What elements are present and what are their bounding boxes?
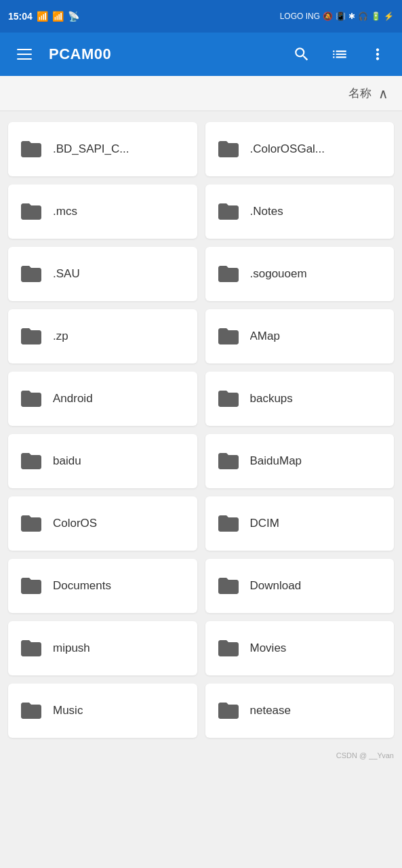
folder-icon [19,698,43,723]
folder-item[interactable]: DCIM [205,496,395,551]
folder-item[interactable]: netease [205,684,395,738]
folder-icon [216,698,241,723]
folder-icon [19,449,43,473]
folder-icon [19,262,43,286]
folder-icon [19,574,43,598]
status-icons: LOGO ING 🔕 📳 ✱ 🎧 🔋 ⚡ [280,12,394,21]
folder-icon [216,636,241,660]
folder-item[interactable]: .Notes [205,184,395,239]
folder-name: .SAU [53,267,80,281]
status-bar: 15:04 📶 📶 📡 LOGO ING 🔕 📳 ✱ 🎧 🔋 ⚡ [0,0,402,33]
folder-name: .sogouoem [250,267,307,281]
folder-name: Download [250,579,302,593]
folder-name: Android [53,392,93,406]
folder-icon [19,387,43,411]
folder-item[interactable]: .zp [8,309,197,363]
search-icon [293,45,310,63]
folder-item[interactable]: Music [8,684,197,738]
more-options-button[interactable] [364,41,391,68]
folder-item[interactable]: .BD_SAPI_C... [8,122,197,176]
folder-name: Music [53,704,83,717]
folder-name: BaiduMap [250,454,302,468]
view-toggle-button[interactable] [326,41,353,68]
folder-icon [19,324,43,349]
sort-label: 名称 [348,85,371,101]
folder-item[interactable]: Download [205,559,395,613]
folder-name: AMap [250,330,280,343]
app-bar: PCAM00 [0,33,402,76]
folder-item[interactable]: BaiduMap [205,434,395,488]
folder-icon [216,199,241,224]
hamburger-icon [17,49,32,60]
menu-button[interactable] [11,41,38,68]
folder-name: .mcs [53,205,77,218]
sort-bar[interactable]: 名称 ∧ [0,76,402,111]
folder-item[interactable]: .SAU [8,247,197,301]
folder-item[interactable]: Android [8,372,197,426]
folder-icon [216,574,241,598]
folder-name: .Notes [250,205,283,218]
folder-item[interactable]: AMap [205,309,395,363]
folder-icon [19,199,43,224]
folder-icon [19,137,43,161]
folder-icon [216,324,241,349]
folder-item[interactable]: .sogouoem [205,247,395,301]
folder-name: .ColorOSGal... [250,142,325,156]
folder-item[interactable]: baidu [8,434,197,488]
folder-item[interactable]: .mcs [8,184,197,239]
watermark: CSDN @ __Yvan [0,749,402,765]
folder-name: Movies [250,642,287,655]
folder-name: Documents [53,579,111,593]
app-title: PCAM00 [49,45,277,63]
folder-icon [216,387,241,411]
folder-name: DCIM [250,517,279,530]
folder-name: .zp [53,330,68,343]
list-view-icon [331,45,348,63]
more-vertical-icon [369,45,386,63]
folder-item[interactable]: .ColorOSGal... [205,122,395,176]
folder-item[interactable]: ColorOS [8,496,197,551]
folder-icon [19,636,43,660]
folder-item[interactable]: Documents [8,559,197,613]
folder-item[interactable]: backups [205,372,395,426]
folder-name: mipush [53,642,90,655]
folder-icon [19,511,43,536]
status-time: 15:04 📶 📶 📡 [8,11,79,22]
folder-name: ColorOS [53,517,97,530]
folder-grid: .BD_SAPI_C... .ColorOSGal... .mcs .Notes… [0,111,402,749]
folder-icon [216,262,241,286]
folder-icon [216,511,241,536]
folder-name: .BD_SAPI_C... [53,142,129,156]
search-button[interactable] [288,41,315,68]
folder-item[interactable]: mipush [8,621,197,675]
folder-name: baidu [53,454,81,468]
folder-icon [216,137,241,161]
folder-name: netease [250,704,292,717]
folder-icon [216,449,241,473]
folder-item[interactable]: Movies [205,621,395,675]
sort-direction-icon: ∧ [378,85,388,102]
folder-name: backups [250,392,293,406]
